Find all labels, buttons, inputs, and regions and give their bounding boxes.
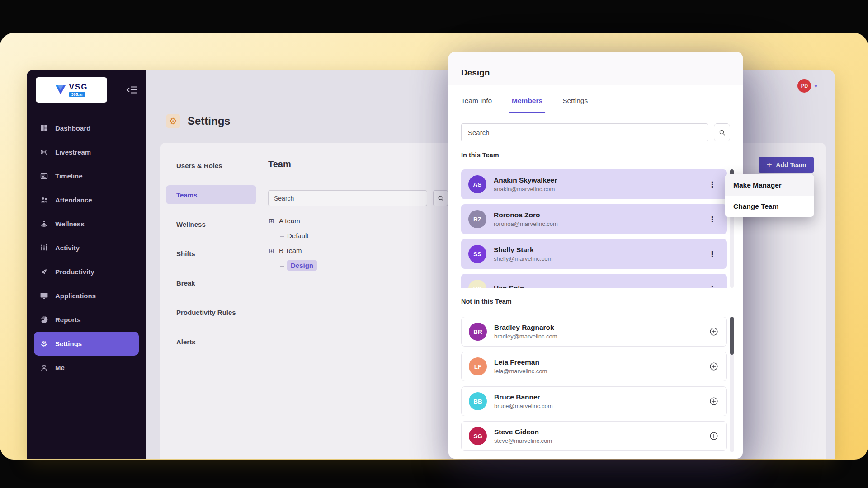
logo-triangle-icon: [55, 85, 66, 95]
member-context-menu: Make Manager Change Team: [725, 174, 814, 217]
dashboard-icon: [39, 124, 48, 133]
reports-pie-icon: [39, 315, 48, 324]
plus-icon: +: [766, 160, 772, 169]
member-row: RZ Roronoa Zoro roronoa@marvelinc.com ⋮: [461, 204, 727, 234]
sidebar-item-applications[interactable]: Applications: [34, 284, 139, 308]
sidebar-item-me[interactable]: Me: [34, 356, 139, 380]
tree-expand-icon[interactable]: ⊞: [268, 217, 275, 225]
livestream-icon: [39, 148, 48, 157]
add-member-icon[interactable]: [708, 431, 719, 441]
in-team-label: In this Team: [448, 141, 743, 165]
tree-node-default[interactable]: Default: [280, 228, 448, 243]
member-name: Steve Gideon: [494, 428, 701, 436]
tab-settings[interactable]: Settings: [562, 88, 588, 113]
subnav-item-break[interactable]: Break: [166, 268, 256, 298]
sidebar-item-attendance[interactable]: Attendance: [34, 188, 139, 212]
member-row: BB Bruce Banner bruce@marvelinc.com: [461, 386, 727, 416]
team-search-input[interactable]: [268, 190, 427, 206]
avatar: BB: [469, 392, 487, 410]
subnav-item-teams[interactable]: Teams: [166, 185, 256, 204]
tab-team-info[interactable]: Team Info: [461, 88, 492, 113]
sidebar-item-activity[interactable]: Activity: [34, 236, 139, 260]
tree-node-b-team[interactable]: ⊞ B Team: [268, 243, 448, 258]
applications-monitor-icon: [39, 291, 48, 300]
tab-members[interactable]: Members: [512, 88, 542, 113]
sidebar-item-settings[interactable]: ⚙ Settings: [34, 332, 139, 356]
sidebar-item-livestream[interactable]: Livestream: [34, 140, 139, 164]
activity-icon: [39, 244, 48, 253]
member-search-button[interactable]: [714, 123, 730, 141]
context-menu-item-make-manager[interactable]: Make Manager: [725, 174, 814, 196]
sidebar-item-wellness[interactable]: Wellness: [34, 212, 139, 236]
sidebar-item-label: Dashboard: [55, 124, 90, 132]
member-row: AS Anakin Skywalkeer anakin@marvelinc.co…: [461, 169, 727, 199]
member-email: leia@marvelinc.com: [494, 368, 701, 375]
settings-gear-icon: ⚙: [166, 114, 180, 128]
scrollbar-thumb[interactable]: [730, 317, 734, 355]
member-name: Anakin Skywalkeer: [494, 176, 698, 184]
avatar: HS: [468, 280, 486, 288]
subnav-item-productivity-rules[interactable]: Productivity Rules: [166, 298, 256, 327]
sidebar-item-label: Activity: [55, 244, 80, 252]
tree-node-a-team[interactable]: ⊞ A team: [268, 213, 448, 228]
subnav-item-users-roles[interactable]: Users & Roles: [166, 151, 256, 180]
member-search-input[interactable]: [461, 123, 708, 141]
member-row: SS Shelly Stark shelly@marvelinc.com ⋮: [461, 239, 727, 269]
subnav-item-shifts[interactable]: Shifts: [166, 239, 256, 268]
add-member-icon[interactable]: [708, 361, 719, 372]
modal-tabs: Team Info Members Settings: [448, 85, 743, 113]
kebab-menu-icon[interactable]: ⋮: [705, 179, 720, 190]
member-row: SG Steve Gideon steve@marvelinc.com: [461, 421, 727, 451]
sidebar-item-label: Wellness: [55, 220, 85, 228]
member-email: anakin@marvelinc.com: [494, 186, 698, 192]
add-team-button[interactable]: + Add Team: [759, 157, 814, 173]
kebab-menu-icon[interactable]: ⋮: [705, 249, 720, 259]
sidebar-item-productivity[interactable]: Productivity: [34, 260, 139, 284]
member-row: LF Leia Freeman leia@marvelinc.com: [461, 352, 727, 381]
collapse-sidebar-icon[interactable]: [126, 84, 138, 96]
member-email: roronoa@marvelinc.com: [494, 221, 698, 227]
scrollbar-track[interactable]: [730, 317, 734, 452]
not-in-team-list: BR Bradley Ragnarok bradley@marvelinc.co…: [461, 317, 734, 452]
user-icon: [39, 363, 48, 372]
avatar: SG: [469, 427, 487, 445]
member-name: Bradley Ragnarok: [494, 324, 701, 332]
timeline-icon: [39, 172, 48, 181]
sidebar-item-label: Me: [55, 364, 65, 371]
add-member-icon[interactable]: [708, 326, 719, 337]
sidebar-item-reports[interactable]: Reports: [34, 308, 139, 332]
member-name: Roronoa Zoro: [494, 211, 698, 219]
sidebar-item-dashboard[interactable]: Dashboard: [34, 116, 139, 140]
member-name: Leia Freeman: [494, 358, 701, 366]
page-title: Settings: [188, 115, 231, 127]
team-tree: ⊞ A team Default ⊞ B Team Design: [268, 213, 448, 273]
tree-node-design[interactable]: Design: [280, 258, 448, 273]
subnav-item-alerts[interactable]: Alerts: [166, 327, 256, 357]
tree-branch-line: [280, 230, 284, 237]
context-menu-item-change-team[interactable]: Change Team: [725, 196, 814, 217]
tree-expand-icon[interactable]: ⊞: [268, 247, 275, 254]
modal-title: Design: [461, 68, 490, 78]
sidebar-item-label: Livestream: [55, 148, 91, 156]
team-search-button[interactable]: [433, 190, 448, 206]
avatar: BR: [469, 323, 487, 341]
subnav-item-wellness[interactable]: Wellness: [166, 210, 256, 239]
brand-name: VSG: [69, 83, 88, 91]
member-name: Han Solo: [494, 284, 698, 288]
kebab-menu-icon[interactable]: ⋮: [705, 283, 720, 288]
sidebar-item-label: Attendance: [55, 196, 92, 204]
not-in-team-label: Not in this Team: [448, 288, 743, 311]
caret-down-icon[interactable]: ▾: [814, 83, 817, 89]
in-team-list: AS Anakin Skywalkeer anakin@marvelinc.co…: [461, 169, 734, 288]
add-member-icon[interactable]: [708, 396, 719, 407]
member-name: Shelly Stark: [494, 246, 698, 254]
attendance-icon: [39, 196, 48, 205]
team-details-modal: Design Team Info Members Settings In thi…: [448, 52, 743, 459]
productivity-rocket-icon: [39, 267, 48, 277]
kebab-menu-icon[interactable]: ⋮: [705, 214, 720, 225]
sidebar-item-timeline[interactable]: Timeline: [34, 164, 139, 188]
user-avatar[interactable]: PD: [797, 79, 811, 93]
member-name: Bruce Banner: [494, 393, 701, 401]
sidebar-item-label: Settings: [55, 340, 82, 347]
search-icon: [718, 129, 726, 136]
